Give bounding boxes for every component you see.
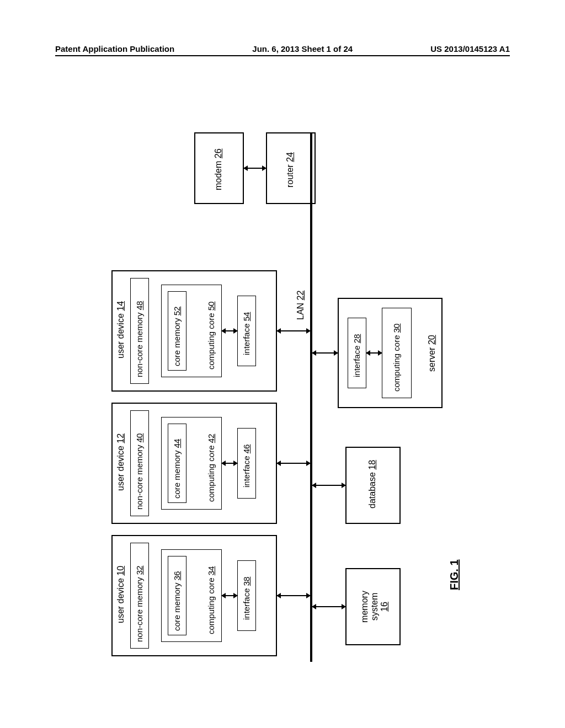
- server-title: server 20: [427, 335, 437, 372]
- device-14-coremem-label: core memory 52: [172, 307, 182, 366]
- device-10-iface-label: interface 38: [242, 577, 251, 620]
- header-center: Jun. 6, 2013 Sheet 1 of 24: [252, 44, 353, 53]
- database-label: database 18: [367, 460, 377, 508]
- header-rule: [55, 55, 510, 56]
- device-12-title: user device 12: [116, 433, 126, 491]
- device-14-iface-label: interface 54: [242, 312, 251, 355]
- device-14-noncore-label: non-core memory 48: [135, 301, 144, 377]
- header-left: Patent Application Publication: [55, 44, 174, 53]
- device-14-title: user device 14: [116, 301, 126, 358]
- lan-label: LAN 22: [296, 291, 306, 320]
- lan-under-router: [310, 132, 312, 662]
- device-14-core-label: computing core 50: [206, 302, 216, 370]
- device-10-lan-arrow: [277, 595, 310, 596]
- header-right: US 2013/0145123 A1: [430, 44, 510, 53]
- device-12-core-label: computing core 42: [206, 434, 216, 502]
- device-10-noncore-label: non-core memory 32: [135, 566, 144, 642]
- figure-label: FIG. 1: [448, 559, 461, 590]
- memory-system-label: memory system16: [360, 576, 390, 638]
- server-lan-arrow: [312, 352, 338, 354]
- device-14-core-iface-arrow: [222, 330, 237, 331]
- device-10-title: user device 10: [116, 566, 126, 623]
- device-10-core-label: computing core 34: [206, 566, 216, 634]
- server-core-label: computing core 30: [392, 324, 401, 392]
- diagram: LAN 22 user device 10 non-core memory 32…: [89, 110, 476, 662]
- device-12-coremem-label: core memory 44: [172, 439, 182, 499]
- server-iface-label: interface 28: [352, 334, 361, 377]
- device-12-noncore-label: non-core memory 40: [135, 433, 144, 510]
- database-lan-arrow: [312, 485, 345, 486]
- modem-router-arrow: [244, 168, 266, 169]
- device-12-lan-arrow: [277, 463, 310, 464]
- device-14-lan-arrow: [277, 330, 310, 331]
- server-iface-core-arrow: [366, 352, 382, 354]
- memsys-lan-arrow: [312, 606, 345, 607]
- device-12-iface-label: interface 46: [242, 445, 251, 488]
- modem-label: modem 26: [214, 148, 223, 190]
- router-label: router 24: [285, 152, 295, 188]
- device-10-coremem-label: core memory 36: [172, 571, 182, 631]
- page-header: Patent Application Publication Jun. 6, 2…: [55, 44, 510, 53]
- device-10-core-iface-arrow: [222, 595, 237, 596]
- device-12-core-iface-arrow: [222, 463, 237, 464]
